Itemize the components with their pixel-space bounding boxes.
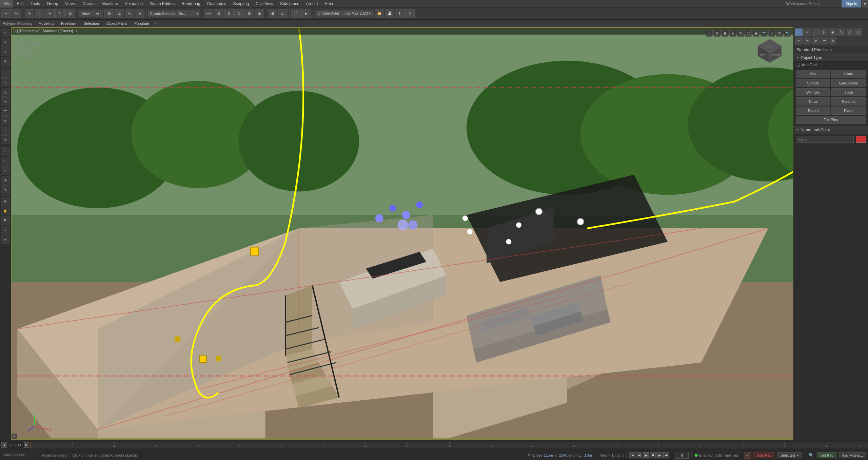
- geometry-tool[interactable]: ⬡: [1, 78, 10, 87]
- color-swatch[interactable]: [856, 136, 866, 143]
- add-key-button[interactable]: +: [744, 452, 751, 459]
- menu-help[interactable]: Help: [321, 0, 336, 7]
- menu-file[interactable]: File: [0, 0, 13, 7]
- display-tool[interactable]: ◉: [1, 176, 10, 185]
- box-button[interactable]: Box: [796, 70, 830, 78]
- menu-scripting[interactable]: Scripting: [230, 0, 252, 7]
- helpers-tool[interactable]: ⊕: [1, 116, 10, 125]
- modify-panel-tab[interactable]: ≡: [804, 28, 811, 36]
- name-input[interactable]: [796, 136, 854, 143]
- object-type-header[interactable]: ▼ Object Type: [794, 54, 868, 62]
- geosphere-button[interactable]: GeoSphere: [831, 79, 866, 87]
- menu-civil-view[interactable]: Civil View: [252, 0, 277, 7]
- plane-button[interactable]: Plane: [831, 107, 866, 115]
- zoom-tool[interactable]: 🔍: [1, 216, 10, 225]
- vp-nav-3[interactable]: ▣: [722, 30, 728, 37]
- viewport-header-filter[interactable]: ▾: [76, 29, 78, 33]
- spinner-snap-button[interactable]: ⊕: [135, 9, 144, 18]
- angle-snap-button[interactable]: ∠: [115, 9, 124, 18]
- cylinder-button[interactable]: Cylinder: [796, 88, 830, 96]
- keyfilters-button[interactable]: Key Filters...: [839, 452, 866, 458]
- populate-tab[interactable]: Populate: [131, 20, 152, 27]
- zoomextents-tool[interactable]: ⊞: [1, 197, 10, 206]
- vp-nav-7[interactable]: ◉: [753, 30, 760, 37]
- timeline-prev-btn[interactable]: ◀: [1, 442, 7, 448]
- pan-tool[interactable]: ✋: [1, 207, 10, 215]
- create-tool[interactable]: +: [1, 69, 10, 78]
- timeline-track[interactable]: 0 5 10 15 20 25 30 35 40 45 50 55 60 65 …: [31, 442, 868, 448]
- save-file-button[interactable]: 💾: [385, 9, 394, 18]
- path-dropdown[interactable]: C:\Users\Gen ...3ds Max 2023 ▾: [315, 10, 374, 17]
- menu-edit[interactable]: Edit: [13, 0, 27, 7]
- menu-views[interactable]: Views: [61, 0, 79, 7]
- cone-button[interactable]: Cone: [831, 70, 866, 78]
- vp-nav-5[interactable]: ⚙: [737, 30, 744, 37]
- hierarchy-tool[interactable]: ⊢: [1, 157, 10, 166]
- redo-button[interactable]: ↪: [12, 9, 21, 18]
- sub-toolbar-options[interactable]: ▾: [154, 21, 156, 25]
- maxscript-mini[interactable]: MAXScript Mi...: [2, 450, 39, 460]
- mirror-button[interactable]: ⟺: [204, 9, 213, 18]
- vp-nav-11[interactable]: 🔦: [784, 30, 791, 37]
- go-end-button[interactable]: ⏭: [663, 452, 669, 458]
- cameras-tool[interactable]: 📷: [1, 107, 10, 116]
- utilities-panel-tab[interactable]: 🔧: [837, 28, 845, 36]
- play-button[interactable]: ▶: [643, 452, 649, 458]
- timeline-next-btn[interactable]: ▶: [24, 442, 29, 448]
- viewport[interactable]: [+] [Perspective] [Standard] [Facets] ▾ …: [11, 27, 793, 440]
- sign-in-dropdown[interactable]: ▼: [861, 0, 868, 7]
- menu-tools[interactable]: Tools: [27, 0, 43, 7]
- vp-nav-1[interactable]: +: [706, 30, 713, 37]
- sign-in-button[interactable]: Sign In: [842, 0, 861, 7]
- system-type-btn[interactable]: ⚙: [829, 37, 836, 44]
- frame-input[interactable]: [675, 452, 689, 459]
- menu-graph-editors[interactable]: Graph Editors: [146, 0, 178, 7]
- create-selection-dropdown[interactable]: Create Selection Se... ▾: [148, 10, 200, 17]
- open-file-button[interactable]: 📂: [375, 9, 384, 18]
- vp-nav-4[interactable]: ◈: [729, 30, 736, 37]
- modify-tool[interactable]: ≡: [1, 147, 10, 156]
- motion-tool[interactable]: ▷: [1, 166, 10, 175]
- search-icon[interactable]: 🔍: [808, 452, 814, 459]
- camera-type-btn[interactable]: 📷: [804, 37, 811, 44]
- move-tool[interactable]: ✛: [1, 38, 10, 47]
- menu-create[interactable]: Create: [79, 0, 98, 7]
- menu-substance[interactable]: Substance: [277, 0, 303, 7]
- normal-align-button[interactable]: ⊡: [234, 9, 244, 18]
- create-panel-tab[interactable]: +: [795, 28, 803, 36]
- shapes-tool[interactable]: ◻: [1, 88, 10, 97]
- undo-button[interactable]: ↩: [1, 9, 11, 18]
- setkey-button[interactable]: Set Key: [817, 452, 836, 458]
- stop-button[interactable]: ⏹: [650, 452, 656, 458]
- scene-explorer-button[interactable]: 🗂: [278, 9, 288, 18]
- render-setup-button[interactable]: 🎬: [291, 9, 301, 18]
- helper-type-btn[interactable]: ⊕: [812, 37, 820, 44]
- place-highlight-button[interactable]: ⊞: [244, 9, 254, 18]
- tube-button[interactable]: Tube: [831, 88, 866, 96]
- freeform-tab[interactable]: Freeform: [58, 20, 80, 27]
- select-tool[interactable]: ↖: [1, 28, 10, 37]
- move-button[interactable]: ✛: [45, 9, 55, 18]
- selected-dropdown[interactable]: Selected ▾: [777, 452, 802, 458]
- rotate-tool[interactable]: ↻: [1, 47, 10, 56]
- viewport-cube[interactable]: TOP LEFT FRONT: [756, 37, 783, 64]
- reference-coord-dropdown[interactable]: View Screen World: [79, 10, 101, 17]
- autogrid-checkbox[interactable]: [796, 63, 800, 67]
- name-color-header[interactable]: ▼ Name and Color: [794, 126, 868, 134]
- export-button[interactable]: ⬆: [405, 9, 415, 18]
- arc-rotate-tool[interactable]: ↻: [1, 226, 10, 234]
- import-button[interactable]: ⬇: [395, 9, 405, 18]
- spacewarps-tool[interactable]: 〜: [1, 126, 10, 135]
- menu-rendering[interactable]: Rendering: [178, 0, 203, 7]
- snap-toggle-button[interactable]: ⊞: [104, 9, 114, 18]
- vp-nav-10[interactable]: ⊡: [776, 30, 783, 37]
- display-panel-tab[interactable]: ◉: [829, 28, 836, 36]
- percent-snap-button[interactable]: %: [125, 9, 134, 18]
- scale-tool[interactable]: ⊡: [1, 57, 10, 66]
- fieldofview-tool[interactable]: ◈: [1, 235, 10, 244]
- spacewarp-type-btn[interactable]: 〜: [821, 37, 828, 44]
- vp-nav-2[interactable]: ⊞: [714, 30, 721, 37]
- menu-group[interactable]: Group: [43, 0, 61, 7]
- go-start-button[interactable]: ⏮: [629, 452, 635, 458]
- geometry-type-btn[interactable]: ⬡: [846, 28, 853, 36]
